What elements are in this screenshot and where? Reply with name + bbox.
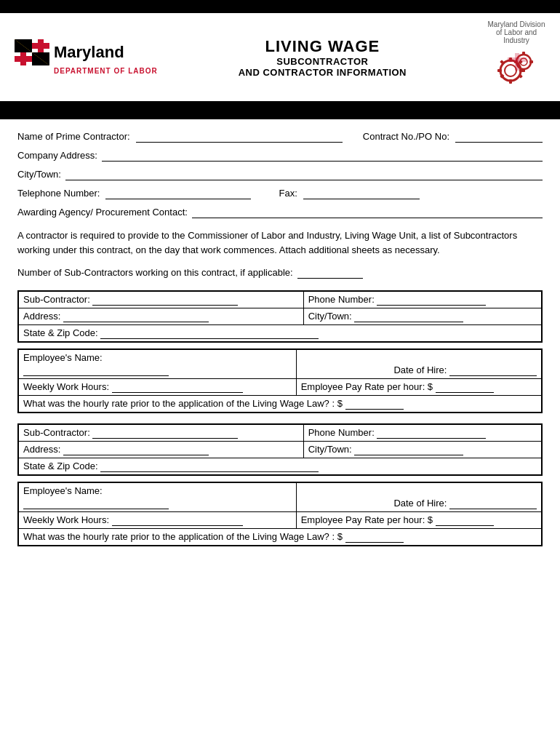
- svg-rect-25: [522, 68, 525, 72]
- maryland-title: Maryland: [54, 44, 124, 60]
- svg-rect-24: [522, 52, 525, 55]
- agency-input[interactable]: [192, 207, 543, 218]
- sub-contractor-input-1[interactable]: [92, 294, 238, 306]
- top-bar: [0, 0, 560, 13]
- emp-name-label-2: Employee's Name:: [23, 485, 103, 496]
- city-label-2: City/Town:: [303, 442, 541, 458]
- date-hire-input-2[interactable]: [449, 498, 537, 509]
- emp-name-input-1[interactable]: [23, 364, 169, 376]
- date-hire-label-2: Date of Hire:: [393, 498, 447, 509]
- address-input-1[interactable]: [63, 311, 209, 322]
- living-wage-cell-1: What was the hourly rate prior to the ap…: [19, 396, 542, 413]
- date-hire-input-1[interactable]: [449, 364, 537, 376]
- prior-rate-label-2: What was the hourly rate prior to the ap…: [23, 531, 343, 542]
- phone-input-2[interactable]: [377, 427, 486, 439]
- form-body: Name of Prime Contractor: Contract No./P…: [0, 119, 560, 568]
- svg-rect-27: [529, 60, 533, 63]
- sub-block-1: Sub-Contractor: Phone Number: Address: C…: [17, 290, 543, 343]
- pay-rate-label-1: Employee Pay Rate per hour: $: [301, 381, 433, 392]
- emp-hours-row-2: Weekly Work Hours: Employee Pay Rate per…: [19, 512, 542, 529]
- state-zip-input-1[interactable]: [100, 327, 319, 339]
- sub-row-1: Sub-Contractor: Phone Number:: [19, 292, 542, 308]
- sub-contractor-label-2: Sub-Contractor:: [19, 425, 304, 442]
- sub-count-input[interactable]: [297, 267, 363, 279]
- date-hire-cell-2: Date of Hire:: [296, 483, 541, 512]
- weekly-hours-input-2[interactable]: [112, 514, 243, 526]
- telephone-input[interactable]: [105, 188, 251, 199]
- sub-block-2: Sub-Contractor: Phone Number: Address: C…: [17, 423, 543, 476]
- emp-block-1: Employee's Name: Date of Hire: Weekly Wo…: [17, 348, 543, 413]
- fax-label: Fax:: [279, 188, 297, 199]
- agency-label: Awarding Agency/ Procurement Contact:: [17, 207, 188, 218]
- sub-state-row-2: State & Zip Code:: [19, 458, 542, 475]
- header-right-logo: Maryland Division of Labor and Industry: [487, 20, 545, 94]
- svg-rect-8: [15, 56, 32, 62]
- pay-rate-cell-1: Employee Pay Rate per hour: $: [296, 379, 541, 396]
- maryland-logo: Maryland: [15, 39, 124, 65]
- title-line2: SUBCONTRACTOR: [158, 56, 487, 67]
- agency-row: Awarding Agency/ Procurement Contact:: [17, 207, 543, 218]
- emp-name-row-1: Employee's Name: Date of Hire:: [19, 350, 542, 379]
- second-black-bar: [0, 103, 560, 119]
- title-line1: LIVING WAGE: [158, 37, 487, 56]
- pay-rate-input-1[interactable]: [436, 381, 494, 393]
- prior-rate-input-1[interactable]: [345, 398, 404, 410]
- header: Maryland DEPARTMENT OF LABOR LIVING WAGE…: [0, 13, 560, 103]
- phone-label-1: Phone Number:: [303, 292, 541, 308]
- contract-no-input[interactable]: [455, 131, 543, 143]
- pay-rate-label-2: Employee Pay Rate per hour: $: [301, 514, 433, 525]
- title-line3: AND CONTRACTOR INFORMATION: [158, 67, 487, 78]
- address-label-1: Address:: [19, 308, 304, 325]
- company-address-input[interactable]: [102, 150, 543, 162]
- emp-name-cell-1: Employee's Name:: [19, 350, 297, 379]
- svg-rect-5: [32, 43, 49, 49]
- sub-contractor-input-2[interactable]: [92, 427, 238, 439]
- city-input-1[interactable]: [354, 311, 463, 322]
- header-title: LIVING WAGE SUBCONTRACTOR AND CONTRACTOR…: [158, 37, 487, 78]
- pay-rate-cell-2: Employee Pay Rate per hour: $: [296, 512, 541, 529]
- dept-label: DEPARTMENT OF LABOR: [54, 67, 158, 75]
- division-label: Maryland Division of Labor and Industry: [487, 20, 545, 44]
- city-row: City/Town:: [17, 169, 543, 180]
- prime-contractor-input[interactable]: [136, 131, 343, 143]
- emp-block-2: Employee's Name: Date of Hire: Weekly Wo…: [17, 482, 543, 546]
- sub-count-row: Number of Sub-Contractors working on thi…: [17, 267, 543, 279]
- header-logo: Maryland DEPARTMENT OF LABOR: [15, 39, 158, 75]
- city-input[interactable]: [65, 169, 543, 180]
- living-wage-row-1: What was the hourly rate prior to the ap…: [19, 396, 542, 413]
- emp-name-label-1: Employee's Name:: [23, 352, 103, 363]
- company-address-row: Company Address:: [17, 150, 543, 162]
- svg-rect-15: [509, 79, 512, 84]
- prime-contractor-label: Name of Prime Contractor:: [17, 131, 130, 142]
- emp-name-row-2: Employee's Name: Date of Hire:: [19, 483, 542, 512]
- emp-name-input-2[interactable]: [23, 498, 169, 509]
- telephone-label: Telephone Number:: [17, 188, 100, 199]
- sub-row-2: Sub-Contractor: Phone Number:: [19, 425, 542, 442]
- state-zip-label-1: State & Zip Code:: [19, 325, 542, 342]
- city-label: City/Town:: [17, 169, 61, 180]
- sub-address-row-1: Address: City/Town:: [19, 308, 542, 325]
- telephone-row: Telephone Number: Fax:: [17, 188, 543, 199]
- pay-rate-input-2[interactable]: [436, 514, 494, 526]
- weekly-hours-cell-2: Weekly Work Hours:: [19, 512, 297, 529]
- weekly-hours-label-1: Weekly Work Hours:: [23, 381, 109, 392]
- address-input-2[interactable]: [63, 444, 209, 455]
- phone-label-2: Phone Number:: [303, 425, 541, 442]
- gear-emblem-icon: [495, 47, 538, 91]
- weekly-hours-label-2: Weekly Work Hours:: [23, 514, 109, 525]
- date-hire-cell-1: Date of Hire:: [296, 350, 541, 379]
- phone-input-1[interactable]: [377, 294, 486, 306]
- city-label-1: City/Town:: [303, 308, 541, 325]
- state-zip-input-2[interactable]: [100, 461, 319, 472]
- weekly-hours-cell-1: Weekly Work Hours:: [19, 379, 297, 396]
- emp-name-cell-2: Employee's Name:: [19, 483, 297, 512]
- living-wage-row-2: What was the hourly rate prior to the ap…: [19, 529, 542, 546]
- company-address-label: Company Address:: [17, 150, 97, 161]
- prior-rate-input-2[interactable]: [345, 531, 404, 543]
- city-input-2[interactable]: [354, 444, 463, 455]
- prime-contractor-row: Name of Prime Contractor: Contract No./P…: [17, 131, 543, 143]
- date-hire-label-1: Date of Hire:: [393, 364, 447, 375]
- prior-rate-label-1: What was the hourly rate prior to the ap…: [23, 398, 343, 409]
- weekly-hours-input-1[interactable]: [112, 381, 243, 393]
- fax-input[interactable]: [303, 188, 420, 199]
